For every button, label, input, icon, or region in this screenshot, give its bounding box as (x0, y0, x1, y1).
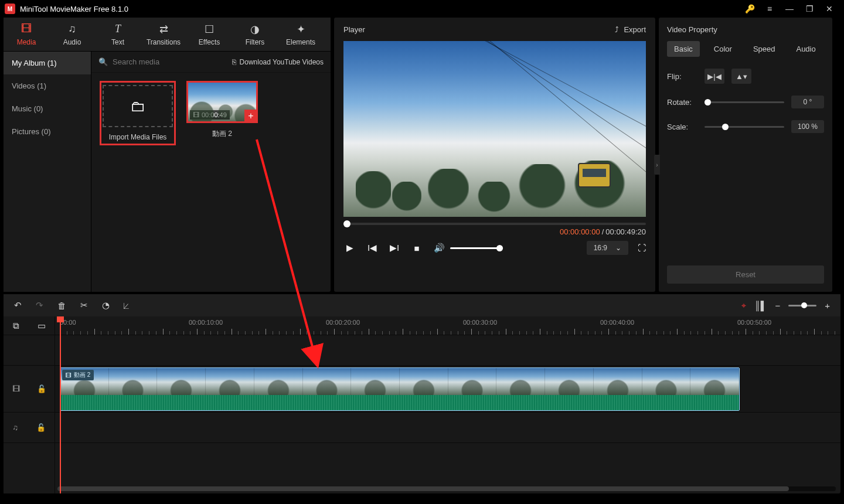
add-track-button[interactable]: ⧉ (13, 321, 19, 331)
tab-text-label: Text (111, 38, 124, 46)
video-track-icon: 🎞 (12, 384, 20, 393)
tab-filters[interactable]: ◑Filters (232, 18, 278, 51)
scale-slider[interactable] (705, 126, 784, 128)
prop-tab-audio[interactable]: Audio (789, 41, 822, 57)
tab-audio[interactable]: ♫Audio (49, 18, 95, 51)
zoom-out-button[interactable]: − (775, 301, 780, 311)
text-icon: T (115, 23, 121, 36)
scale-label: Scale: (667, 122, 697, 131)
player-controls: ▶ I◀ ▶I ■ 🔊 16:9 ⌄ ⛶ (334, 236, 655, 262)
delete-button[interactable]: 🗑 (57, 301, 66, 311)
titlebar: M MiniTool MovieMaker Free 8.1.0 🔑 ≡ — ❐… (0, 0, 844, 18)
track-headers: ⧉ ▭ 🎞 🔓 ♫ 🔓 (4, 316, 55, 493)
redo-button[interactable]: ↷ (36, 300, 43, 311)
download-icon: ⎘ (232, 58, 236, 66)
tab-media[interactable]: 🎞Media (4, 18, 49, 51)
flip-vertical-button[interactable]: ▲▾ (731, 69, 751, 84)
prop-tab-color[interactable]: Color (707, 41, 739, 57)
library-tabs: 🎞Media ♫Audio TText ⇄Transitions ☐Effect… (4, 18, 331, 52)
rotate-slider[interactable] (705, 101, 784, 103)
download-youtube-label: Download YouTube Videos (240, 58, 324, 66)
total-time: 00:00:49:20 (605, 227, 646, 236)
download-youtube-link[interactable]: ⎘ Download YouTube Videos (232, 58, 324, 66)
speed-button[interactable]: ◔ (102, 300, 110, 311)
sidebar-item-music[interactable]: Music (0) (4, 97, 91, 120)
tab-effects[interactable]: ☐Effects (186, 18, 232, 51)
split-button[interactable]: ✂ (80, 300, 88, 311)
track-manager-button[interactable]: ▭ (38, 321, 46, 331)
preview-viewport[interactable] (343, 41, 646, 217)
prev-frame-button[interactable]: I◀ (366, 243, 379, 253)
timeline-canvas[interactable]: 00:00 00:00:10:00 00:00:20:00 00:00:30:0… (55, 316, 840, 493)
prop-tab-basic[interactable]: Basic (667, 41, 700, 57)
volume-icon[interactable]: 🔊 (433, 243, 445, 253)
timeline-toolbar: ↶ ↷ 🗑 ✂ ◔ ⟀ ⌖ ║▌ − + (4, 294, 840, 316)
zoom-slider[interactable] (788, 305, 816, 307)
tab-transitions-label: Transitions (147, 38, 181, 46)
app-title: MiniTool MovieMaker Free 8.1.0 (20, 5, 128, 13)
collapse-properties-button[interactable]: › (654, 155, 660, 175)
folder-icon: 🗀 (103, 85, 173, 127)
minimize-button[interactable]: — (780, 0, 799, 18)
video-track[interactable]: 🎞 動画 2 (55, 366, 840, 413)
current-time: 00:00:00:00 (560, 227, 600, 236)
tab-transitions[interactable]: ⇄Transitions (141, 18, 186, 51)
tab-elements[interactable]: ✦Elements (278, 18, 324, 51)
time-ruler[interactable]: 00:00 00:00:10:00 00:00:20:00 00:00:30:0… (55, 316, 840, 335)
maximize-button[interactable]: ❐ (799, 0, 819, 18)
music-icon: ♫ (68, 23, 76, 36)
media-clip-card[interactable]: 🎞 00:00:49 + (186, 81, 258, 123)
stop-button[interactable]: ■ (410, 243, 423, 253)
player-panel: Player ⤴ Export 00:00:00:00 (334, 18, 655, 292)
export-icon: ⤴ (615, 25, 619, 34)
import-media-label: Import Media Files (109, 133, 167, 141)
add-clip-button[interactable]: + (244, 110, 257, 122)
zoom-in-button[interactable]: + (825, 301, 830, 311)
sidebar-item-my-album[interactable]: My Album (1) (4, 52, 91, 74)
search-input[interactable] (113, 57, 227, 66)
crop-button[interactable]: ⟀ (124, 301, 129, 311)
tab-audio-label: Audio (63, 38, 81, 46)
next-frame-button[interactable]: ▶I (388, 243, 401, 253)
prop-tab-speed[interactable]: Speed (746, 41, 782, 57)
media-search-row: 🔍 ⎘ Download YouTube Videos (91, 52, 331, 73)
audio-track[interactable] (55, 413, 840, 443)
import-media-card[interactable]: 🗀 Import Media Files (100, 81, 176, 145)
sidebar-item-pictures[interactable]: Pictures (0) (4, 120, 91, 143)
rotate-value[interactable]: 0 ° (791, 96, 824, 108)
play-button[interactable]: ▶ (343, 243, 356, 253)
lock-icon[interactable]: 🔓 (37, 384, 46, 393)
fullscreen-button[interactable]: ⛶ (638, 243, 646, 253)
undo-button[interactable]: ↶ (14, 300, 22, 311)
filters-icon: ◑ (250, 23, 260, 36)
sidebar-item-videos[interactable]: Videos (1) (4, 74, 91, 97)
tab-text[interactable]: TText (95, 18, 141, 51)
app-logo: M (5, 4, 15, 14)
film-icon: 🎞 (21, 23, 32, 36)
close-button[interactable]: ✕ (819, 0, 839, 18)
flip-horizontal-button[interactable]: ▶|◀ (705, 69, 724, 84)
export-button[interactable]: ⤴ Export (615, 25, 646, 34)
volume-slider[interactable] (450, 247, 503, 249)
tab-elements-label: Elements (286, 38, 315, 46)
film-icon: 🎞 (66, 372, 72, 379)
playback-position-slider[interactable] (343, 223, 646, 225)
clip-duration: 00:00:49 (202, 111, 227, 118)
flip-label: Flip: (667, 72, 697, 81)
timeline-scrollbar[interactable] (57, 486, 836, 491)
aspect-ratio-select[interactable]: 16:9 ⌄ (587, 241, 628, 255)
lock-icon[interactable]: 🔓 (36, 423, 46, 432)
scale-value[interactable]: 100 % (791, 120, 824, 133)
reset-button[interactable]: Reset (667, 265, 824, 284)
tab-filters-label: Filters (246, 38, 265, 46)
snap-toggle[interactable]: ⌖ (741, 301, 746, 311)
album-sidebar: My Album (1) Videos (1) Music (0) Pictur… (4, 52, 91, 292)
ruler-marker: 00:00:30:00 (463, 319, 497, 326)
menu-icon[interactable]: ≡ (760, 0, 780, 18)
upgrade-key-icon[interactable]: 🔑 (740, 0, 760, 18)
time-separator: / (602, 227, 604, 236)
timeline-clip[interactable]: 🎞 動画 2 (60, 367, 740, 411)
ruler-marker: 00:00:40:00 (600, 319, 634, 326)
marker-button[interactable]: ║▌ (754, 301, 767, 311)
chevron-down-icon: ⌄ (615, 244, 621, 252)
